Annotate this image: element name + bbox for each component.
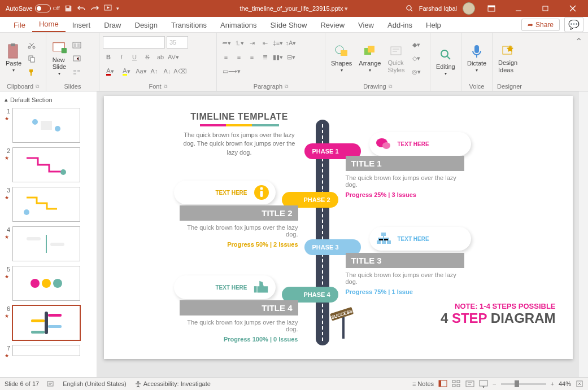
zoom-slider[interactable]: [501, 383, 546, 385]
design-ideas-button[interactable]: Design Ideas: [496, 42, 520, 74]
reset-button[interactable]: [71, 53, 82, 64]
maximize-button[interactable]: [535, 0, 556, 17]
slide-thumbnails-panel[interactable]: ▴Default Section 1★ 2★ 3★ 4★ 5★ 6★ 7★: [0, 91, 97, 377]
title-1-block[interactable]: TITLE 1 The quick brown fox jumps over t…: [346, 156, 464, 198]
font-color-button[interactable]: A▾: [103, 65, 117, 77]
thumbnail-1[interactable]: 1★: [0, 106, 97, 145]
tab-animations[interactable]: Animations: [214, 18, 263, 32]
qat-customize-button[interactable]: ▾: [116, 6, 119, 11]
tab-insert[interactable]: Insert: [66, 18, 98, 32]
tab-home[interactable]: Home: [32, 17, 66, 32]
ribbon-display-button[interactable]: [481, 0, 502, 17]
increase-list-button[interactable]: ⇥: [246, 37, 258, 49]
format-painter-button[interactable]: [26, 67, 37, 78]
success-sign[interactable]: SUCCESS: [327, 306, 361, 334]
reading-view-button[interactable]: [465, 380, 474, 388]
search-button[interactable]: [406, 5, 413, 12]
decrease-list-button[interactable]: ⇤: [259, 37, 271, 49]
section-button[interactable]: [71, 67, 82, 78]
autosave-toggle[interactable]: AutoSave Off: [6, 5, 60, 12]
zoom-level[interactable]: 44%: [559, 380, 571, 387]
undo-button[interactable]: [77, 5, 86, 12]
text-direction-button[interactable]: ↕A▾: [285, 37, 297, 49]
numbering-button[interactable]: ⒈▾: [233, 37, 245, 49]
paragraph-dialog-launcher[interactable]: ⧉: [285, 84, 288, 90]
diagram-note[interactable]: NOTE: 1-4 STEPS POSSIBLE 4 STEP DIAGRAM: [441, 302, 556, 326]
tab-slideshow[interactable]: Slide Show: [263, 18, 313, 32]
shadow-button[interactable]: ab: [155, 51, 166, 63]
clear-format-button[interactable]: A⌫: [175, 65, 186, 77]
layout-button[interactable]: [71, 40, 82, 51]
phase-4-pill[interactable]: TEXT HERE: [174, 275, 276, 299]
tab-file[interactable]: File: [7, 18, 32, 32]
tab-addins[interactable]: Add-ins: [381, 18, 419, 32]
tab-draw[interactable]: Draw: [97, 18, 128, 32]
convert-smartart-button[interactable]: ▭⟶▾: [220, 65, 243, 77]
align-text-button[interactable]: ⊟▾: [285, 51, 297, 63]
slideshow-view-button[interactable]: [479, 380, 488, 388]
thumbnail-7[interactable]: 7★: [0, 343, 97, 361]
quick-styles-button[interactable]: Quick Styles: [385, 42, 407, 74]
sorter-view-button[interactable]: [452, 380, 461, 388]
columns-button[interactable]: ▮▮▾: [272, 51, 284, 63]
redo-button[interactable]: [90, 5, 99, 12]
slide-canvas[interactable]: TIMELINE TEMPLATE The quick brown fox ju…: [104, 96, 573, 359]
title-section[interactable]: TIMELINE TEMPLATE The quick brown fox ju…: [177, 112, 302, 157]
dictate-button[interactable]: Dictate▾: [465, 43, 489, 74]
phase-1-pill[interactable]: TEXT HERE: [369, 132, 471, 156]
slide-counter[interactable]: Slide 6 of 17: [5, 380, 39, 387]
align-left-button[interactable]: ≡: [220, 51, 232, 63]
fit-to-window-button[interactable]: [576, 380, 583, 388]
tab-transitions[interactable]: Transitions: [164, 18, 214, 32]
font-family-combo[interactable]: [103, 36, 165, 49]
underline-button[interactable]: U: [129, 51, 140, 63]
clipboard-dialog-launcher[interactable]: ⧉: [36, 84, 39, 90]
italic-button[interactable]: I: [116, 51, 127, 63]
thumbnail-2[interactable]: 2★: [0, 145, 97, 185]
accessibility-button[interactable]: Accessibility: Investigate: [134, 380, 211, 388]
strike-button[interactable]: S: [142, 51, 153, 63]
font-dialog-launcher[interactable]: ⧉: [164, 84, 167, 90]
zoom-in-button[interactable]: +: [551, 380, 554, 387]
spacing-button[interactable]: AV▾: [168, 51, 179, 63]
new-slide-button[interactable]: New Slide▾: [50, 40, 69, 77]
thumbnail-6[interactable]: 6★: [0, 303, 97, 343]
normal-view-button[interactable]: [438, 380, 447, 388]
tab-view[interactable]: View: [351, 18, 381, 32]
shape-effects-button[interactable]: ◎▾: [409, 67, 424, 78]
title-2-block[interactable]: TITLE 2 The quick brown fox jumps over t…: [180, 205, 298, 248]
shapes-button[interactable]: Shapes▾: [329, 43, 354, 74]
minimize-button[interactable]: [508, 0, 529, 17]
align-right-button[interactable]: ≡: [246, 51, 258, 63]
spellcheck-button[interactable]: [47, 380, 55, 388]
collapse-ribbon-button[interactable]: ⌃: [575, 33, 588, 91]
save-button[interactable]: [64, 5, 72, 12]
notes-button[interactable]: ≡ Notes: [412, 380, 434, 387]
line-spacing-button[interactable]: ‡≡▾: [272, 37, 284, 49]
arrange-button[interactable]: Arrange▾: [356, 43, 383, 74]
shape-outline-button[interactable]: ◇▾: [409, 53, 424, 64]
change-case-button[interactable]: Aa▾: [136, 65, 147, 77]
tab-design[interactable]: Design: [128, 18, 164, 32]
phase-2-pill[interactable]: TEXT HERE: [174, 181, 276, 204]
align-center-button[interactable]: ≡: [233, 51, 245, 63]
thumbnail-3[interactable]: 3★: [0, 185, 97, 224]
shape-fill-button[interactable]: ◆▾: [409, 40, 424, 51]
share-button[interactable]: ➦Share: [521, 19, 560, 31]
section-header[interactable]: ▴Default Section: [0, 94, 97, 106]
vertical-scrollbar[interactable]: [579, 91, 588, 377]
bold-button[interactable]: B: [103, 51, 114, 63]
close-button[interactable]: [562, 0, 583, 17]
phase-3-pill[interactable]: TEXT HERE: [369, 227, 471, 251]
tab-help[interactable]: Help: [419, 18, 448, 32]
title-4-block[interactable]: TITLE 4 The quick brown fox jumps over t…: [180, 300, 298, 343]
thumbnail-5[interactable]: 5★: [0, 264, 97, 303]
zoom-out-button[interactable]: −: [493, 380, 496, 387]
comments-button[interactable]: 💬: [564, 17, 583, 32]
editing-button[interactable]: Editing▾: [434, 46, 458, 77]
drawing-dialog-launcher[interactable]: ⧉: [389, 84, 392, 90]
shrink-font-button[interactable]: A↓: [162, 65, 173, 77]
slide-editor[interactable]: TIMELINE TEMPLATE The quick brown fox ju…: [97, 91, 579, 377]
copy-button[interactable]: [26, 53, 37, 64]
from-beginning-button[interactable]: [104, 5, 112, 12]
